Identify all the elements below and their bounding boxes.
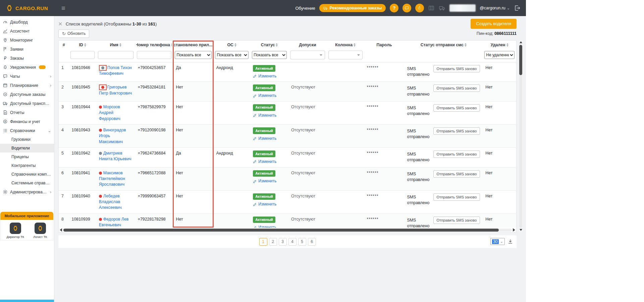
sidebar-item-trucks[interactable]: Грузовики [0,135,54,144]
driver-name-link[interactable]: Лебедев Владислав Алексеевич [99,194,122,210]
edit-link[interactable]: Изменить [253,93,286,99]
sidebar-item-company-directories[interactable]: Справочники компании [0,170,54,179]
column-header-deleted[interactable]: Удален [483,41,516,49]
create-driver-button[interactable]: Создать водителя [471,19,517,29]
mobile-app-director[interactable]: Директор ТК [7,223,24,239]
sidebar-item-planning[interactable]: Планирование› [0,81,54,90]
sidebar-item-admin[interactable]: Администрирование› [0,187,54,196]
sidebar-item-trailers[interactable]: Прицепы [0,153,54,161]
column-header-app-installed[interactable]: Установлено прил... [173,41,213,49]
column-header-name[interactable]: Имя [96,41,135,49]
sidebar-item-monitoring[interactable]: Мониторинг [0,36,54,45]
sort-icon[interactable] [506,43,508,47]
edit-link[interactable]: Изменить [253,201,286,207]
deleted-filter-select[interactable]: Не удаленные [484,51,515,59]
page-button-6[interactable]: 6 [308,238,316,246]
column-header-phone[interactable]: Номер телефона [135,41,173,49]
sidebar-item-contractors[interactable]: Контрагенты [0,161,54,170]
sidebar-item-transport[interactable]: Доступный транспорт [0,99,54,108]
page-button-3[interactable]: 3 [279,238,287,246]
edit-link[interactable]: Изменить [253,73,286,79]
sort-icon[interactable] [84,43,86,47]
app-installed-filter-select[interactable]: Показать все [175,51,212,59]
fleet-icon[interactable] [439,5,445,11]
page-button-5[interactable]: 5 [298,238,306,246]
sidebar-item-finance[interactable]: Финансы и учет [0,117,54,126]
whats-new-button[interactable] [415,4,424,12]
logo[interactable]: CARGO.RUN [5,4,48,12]
driver-name-link[interactable]: Морозов Андрей Федорович [99,105,120,121]
sidebar-item-orders[interactable]: Заказы [0,54,54,63]
sidebar-item-reports[interactable]: Отчеты [0,108,54,117]
sort-icon[interactable] [119,43,121,47]
help-button[interactable]: ? [390,4,398,12]
column-header-os[interactable]: ОС [213,41,250,49]
account-menu[interactable]: @cargorun.ru ⌄ [480,6,510,10]
sort-icon[interactable] [465,43,467,47]
recommended-orders-button[interactable]: Рекомендованные заказы [319,4,386,12]
edit-link[interactable]: Изменить [253,113,286,118]
resend-sms-button[interactable]: Отправить SMS заново [433,170,480,178]
id-filter-input[interactable] [70,51,94,59]
vertical-scrollbar[interactable] [519,40,523,232]
sort-icon[interactable] [354,43,356,47]
page-button-4[interactable]: 4 [288,238,297,246]
scrollbar-thumb[interactable] [519,45,522,75]
edit-link[interactable]: Изменить [253,178,286,184]
hamburger-menu-icon[interactable]: ≡ [61,4,65,12]
driver-name-link[interactable]: Федоров Лев Евгеньевич [99,217,129,227]
status-filter-select[interactable]: Показать все [252,51,287,59]
support-chat-button[interactable] [402,4,411,12]
page-button-2[interactable]: 2 [269,238,277,246]
scroll-down-icon[interactable] [520,229,522,231]
resend-sms-button[interactable]: Отправить SMS заново [433,193,480,201]
resend-sms-button[interactable]: Отправить SMS заново [433,84,480,92]
driver-name-link[interactable]: Дмитриев Никита Юрьевич [99,151,131,161]
scroll-right-icon[interactable] [513,228,515,232]
sidebar-item-available-orders[interactable]: Доступные заказы [0,90,54,99]
edit-link[interactable]: Изменить [253,136,286,141]
sidebar-item-dashboard[interactable]: Дашборд [0,17,54,26]
logout-icon[interactable] [514,5,521,11]
sidebar-item-requests[interactable]: Заявки [0,45,54,54]
board-icon[interactable] [428,5,435,11]
resend-sms-button[interactable]: Отправить SMS заново [433,150,480,158]
sort-icon[interactable] [171,43,172,47]
edit-link[interactable]: Изменить [253,225,286,228]
sort-icon[interactable] [276,43,278,47]
resend-sms-button[interactable]: Отправить SMS заново [433,65,480,72]
sidebar-item-system-directories[interactable]: Системные справочники [0,179,54,187]
admissions-filter-select[interactable] [290,51,325,59]
sidebar-item-notifications[interactable]: Уведомления [0,63,54,72]
sidebar-item-drivers[interactable]: Водители [0,144,54,153]
sidebar-item-directories[interactable]: Справочники⌄ [0,126,54,135]
column-header-id[interactable]: ID [69,41,96,49]
column-header-column[interactable]: Колонна [327,41,364,49]
page-size-select[interactable]: 30 ⌄ [490,238,505,245]
horizontal-scrollbar[interactable] [59,228,516,232]
scrollbar-thumb[interactable] [63,229,499,232]
phone-filter-input[interactable] [137,51,172,59]
resend-sms-button[interactable]: Отправить SMS заново [433,127,480,135]
column-header-sms-status[interactable]: Статус отправки смс [405,41,483,49]
column-header-status[interactable]: Статус [250,41,288,49]
page-button-1[interactable]: 1 [259,238,267,246]
sort-icon[interactable] [234,43,236,47]
scrollbar-track[interactable] [63,229,512,232]
column-filter-select[interactable] [328,51,363,59]
scrollbar-track[interactable] [519,44,522,228]
refresh-button[interactable]: ↻ Обновить [58,29,89,38]
download-icon[interactable] [507,239,513,244]
edit-link[interactable]: Изменить [253,159,286,165]
driver-name-link[interactable]: Максимов Пантелеймон Ярославович [99,171,125,187]
scroll-left-icon[interactable] [60,228,62,232]
resend-sms-button[interactable]: Отправить SMS заново [433,104,480,112]
close-icon[interactable]: × [58,20,62,27]
scroll-up-icon[interactable] [520,41,522,43]
name-filter-input[interactable] [98,51,133,59]
sidebar-item-assistant[interactable]: Ассистент [0,26,54,36]
sidebar-item-chats[interactable]: Чаты› [0,72,54,81]
os-filter-select[interactable]: Показать все [215,51,249,59]
training-link[interactable]: Обучение [295,6,315,11]
resend-sms-button[interactable]: Отправить SMS заново [433,217,480,224]
